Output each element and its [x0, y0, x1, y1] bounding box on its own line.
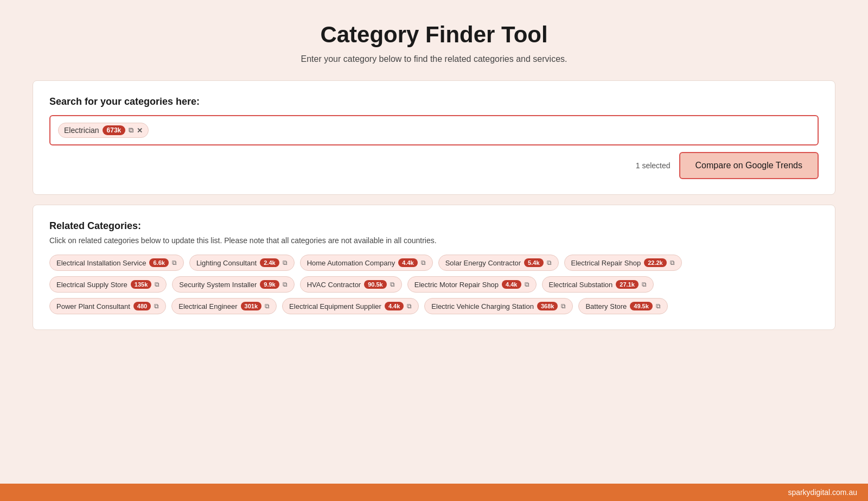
- category-name: Solar Energy Contractor: [445, 259, 521, 267]
- category-badge: 5.4k: [524, 258, 543, 267]
- category-badge: 27.1k: [616, 280, 639, 289]
- search-label: Search for your categories here:: [49, 96, 819, 107]
- category-name: Electrical Supply Store: [56, 281, 127, 289]
- category-badge: 368k: [537, 302, 558, 310]
- category-badge: 2.4k: [260, 258, 279, 267]
- category-copy-icon[interactable]: ⧉: [547, 259, 552, 267]
- category-copy-icon[interactable]: ⧉: [642, 281, 647, 288]
- category-name: Lighting Consultant: [196, 259, 257, 267]
- selected-count: 1 selected: [636, 161, 671, 170]
- category-name: Power Plant Consultant: [56, 302, 130, 310]
- category-badge: 90.5k: [364, 280, 387, 289]
- category-tag[interactable]: Electric Motor Repair Shop 4.4k ⧉: [407, 276, 537, 293]
- categories-row: Electrical Installation Service 6.6k ⧉ L…: [49, 255, 819, 271]
- category-badge: 4.4k: [398, 258, 417, 267]
- category-copy-icon[interactable]: ⧉: [283, 281, 288, 288]
- category-badge: 49.5k: [630, 302, 653, 310]
- search-tag[interactable]: Electrician 673k ⧉ ✕: [58, 123, 149, 138]
- category-badge: 9.9k: [260, 280, 279, 289]
- page-subtitle: Enter your category below to find the re…: [33, 54, 835, 64]
- category-name: Home Automation Company: [307, 259, 395, 267]
- category-tag[interactable]: Security System Installer 9.9k ⧉: [172, 276, 294, 293]
- category-tag[interactable]: Lighting Consultant 2.4k ⧉: [189, 255, 295, 271]
- category-copy-icon[interactable]: ⧉: [421, 259, 426, 267]
- category-tag[interactable]: Power Plant Consultant 480 ⧉: [49, 298, 166, 314]
- category-copy-icon[interactable]: ⧉: [283, 259, 288, 267]
- category-tag[interactable]: Electrical Repair Shop 22.2k ⧉: [564, 255, 682, 271]
- categories-row: Electrical Supply Store 135k ⧉ Security …: [49, 276, 819, 293]
- category-copy-icon[interactable]: ⧉: [670, 259, 675, 267]
- category-name: Electrical Equipment Supplier: [289, 302, 381, 310]
- category-tag[interactable]: HVAC Contractor 90.5k ⧉: [300, 276, 402, 293]
- category-tag[interactable]: Electrical Supply Store 135k ⧉: [49, 276, 167, 293]
- category-badge: 22.2k: [644, 258, 667, 267]
- category-tag[interactable]: Electrical Engineer 301k ⧉: [171, 298, 277, 314]
- search-box[interactable]: Electrician 673k ⧉ ✕: [49, 115, 819, 145]
- category-badge: 4.4k: [502, 280, 521, 289]
- category-name: Electrical Repair Shop: [571, 259, 641, 267]
- tag-copy-icon[interactable]: ⧉: [129, 126, 133, 135]
- category-copy-icon[interactable]: ⧉: [561, 302, 566, 310]
- category-tag[interactable]: Battery Store 49.5k ⧉: [578, 298, 667, 314]
- category-tag[interactable]: Electrical Equipment Supplier 4.4k ⧉: [282, 298, 419, 314]
- category-name: Battery Store: [585, 302, 627, 310]
- tag-remove-icon[interactable]: ✕: [137, 126, 143, 135]
- category-badge: 4.4k: [385, 302, 404, 310]
- related-card: Related Categories: Click on related cat…: [33, 205, 835, 330]
- category-badge: 135k: [131, 280, 151, 289]
- category-copy-icon[interactable]: ⧉: [390, 281, 395, 288]
- page-title: Category Finder Tool: [33, 22, 835, 48]
- search-card: Search for your categories here: Electri…: [33, 80, 835, 195]
- tag-badge: 673k: [103, 125, 126, 135]
- category-copy-icon[interactable]: ⧉: [407, 302, 412, 310]
- compare-button[interactable]: Compare on Google Trends: [679, 152, 819, 179]
- category-copy-icon[interactable]: ⧉: [154, 302, 159, 310]
- footer-bar: sparkydigital.com.au: [0, 484, 868, 501]
- category-copy-icon[interactable]: ⧉: [265, 302, 270, 310]
- category-badge: 480: [133, 302, 151, 310]
- category-copy-icon[interactable]: ⧉: [656, 302, 661, 310]
- search-footer: 1 selected Compare on Google Trends: [49, 152, 819, 179]
- tag-label: Electrician: [64, 126, 99, 135]
- page-wrapper: Category Finder Tool Enter your category…: [0, 0, 868, 484]
- category-copy-icon[interactable]: ⧉: [155, 281, 159, 288]
- category-name: Electrical Substation: [549, 281, 613, 289]
- category-name: Electrical Installation Service: [56, 259, 146, 267]
- category-copy-icon[interactable]: ⧉: [525, 281, 529, 288]
- category-tag[interactable]: Electrical Substation 27.1k ⧉: [542, 276, 654, 293]
- categories-row: Power Plant Consultant 480 ⧉ Electrical …: [49, 298, 819, 314]
- related-note: Click on related categories below to upd…: [49, 236, 819, 245]
- category-tag[interactable]: Home Automation Company 4.4k ⧉: [300, 255, 433, 271]
- category-tag[interactable]: Electric Vehicle Charging Station 368k ⧉: [424, 298, 573, 314]
- category-name: Security System Installer: [179, 281, 257, 289]
- categories-grid: Electrical Installation Service 6.6k ⧉ L…: [49, 255, 819, 314]
- footer-text: sparkydigital.com.au: [788, 488, 857, 497]
- category-name: Electrical Engineer: [178, 302, 237, 310]
- category-copy-icon[interactable]: ⧉: [172, 259, 177, 267]
- category-tag[interactable]: Electrical Installation Service 6.6k ⧉: [49, 255, 184, 271]
- category-tag[interactable]: Solar Energy Contractor 5.4k ⧉: [438, 255, 559, 271]
- category-badge: 6.6k: [149, 258, 168, 267]
- category-name: Electric Vehicle Charging Station: [431, 302, 534, 310]
- category-name: HVAC Contractor: [307, 281, 361, 289]
- related-label: Related Categories:: [49, 220, 819, 232]
- category-name: Electric Motor Repair Shop: [414, 281, 499, 289]
- category-badge: 301k: [241, 302, 261, 310]
